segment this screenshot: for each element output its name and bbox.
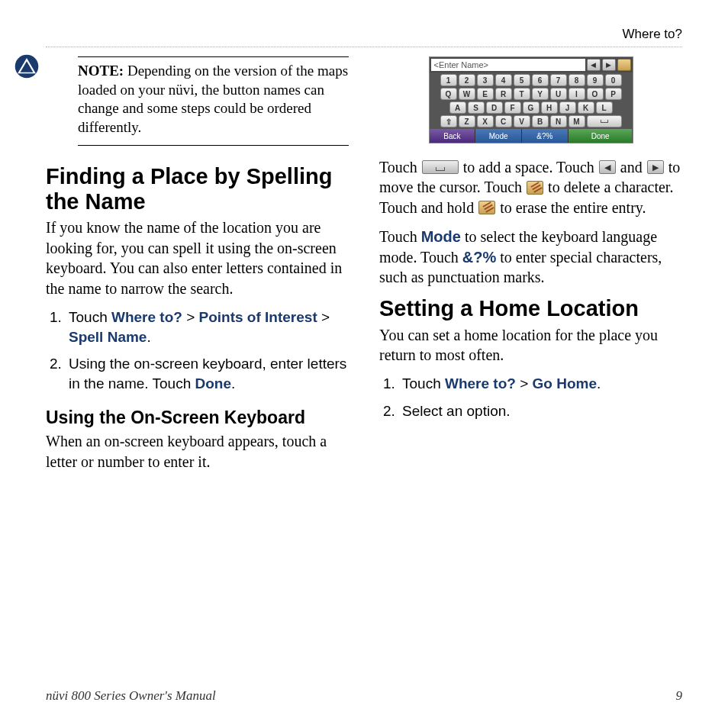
ui-done: Done xyxy=(195,375,231,391)
subsection-text: When an on-screen keyboard appears, touc… xyxy=(46,431,349,472)
left-arrow-icon: ◀ xyxy=(599,160,616,174)
keyboard-key[interactable]: W xyxy=(459,88,475,100)
keyboard-key[interactable]: E xyxy=(477,88,494,100)
keyboard-key[interactable]: A xyxy=(449,101,466,114)
warning-triangle-icon xyxy=(14,53,40,79)
keyboard-key[interactable]: P xyxy=(605,88,622,100)
section2-steps: Touch Where to? > Go Home. Select an opt… xyxy=(379,374,682,420)
keyboard-key[interactable]: 8 xyxy=(569,74,585,86)
ui-mode: Mode xyxy=(421,228,461,245)
keyboard-help-para1: Touch to add a space. Touch ◀ and ▶ to m… xyxy=(379,157,682,217)
page-header: Where to? xyxy=(46,27,682,47)
keyboard-key[interactable]: 2 xyxy=(459,74,475,86)
keyboard-key[interactable]: B xyxy=(532,115,549,127)
list-item: Touch Where to? > Go Home. xyxy=(399,374,682,394)
keyboard-key[interactable]: N xyxy=(550,115,567,127)
keyboard-key[interactable]: C xyxy=(495,115,512,127)
keyboard-key[interactable]: U xyxy=(550,88,567,100)
keyboard-key[interactable]: X xyxy=(477,115,494,127)
right-arrow-icon: ▶ xyxy=(647,160,664,174)
cursor-right-icon[interactable]: ▶ xyxy=(602,59,616,71)
keyboard-key[interactable]: M xyxy=(569,115,585,127)
section1-title: Finding a Place by Spelling the Name xyxy=(46,164,349,215)
keyboard-key[interactable]: Q xyxy=(440,88,457,100)
ui-symbols: &?% xyxy=(462,249,496,266)
keyboard-key[interactable]: 5 xyxy=(514,74,530,86)
section2-title: Setting a Home Location xyxy=(379,296,682,321)
keyboard-key[interactable]: S xyxy=(468,101,485,114)
page-footer: nüvi 800 Series Owner's Manual 9 xyxy=(46,688,682,704)
keyboard-key[interactable]: H xyxy=(541,101,558,114)
ui-where-to-2: Where to? xyxy=(445,375,516,391)
keyboard-key[interactable]: 3 xyxy=(477,74,494,86)
erase-key-icon xyxy=(527,181,543,195)
right-column: <Enter Name> ◀ ▶ 1234567890 QWERTYUIOP A… xyxy=(379,56,682,481)
keyboard-key[interactable]: T xyxy=(514,88,530,100)
cursor-left-icon[interactable]: ◀ xyxy=(587,59,601,71)
keyboard-space-key[interactable] xyxy=(587,115,622,127)
erase-icon[interactable] xyxy=(617,59,631,71)
keyboard-mode-button[interactable]: Mode xyxy=(475,129,522,143)
keyboard-key[interactable]: 4 xyxy=(495,74,512,86)
list-item: Using the on-screen keyboard, enter lett… xyxy=(66,354,349,393)
erase-key-hold-icon xyxy=(478,201,495,214)
keyboard-key[interactable]: 7 xyxy=(550,74,567,86)
keyboard-key[interactable]: 1 xyxy=(440,74,457,86)
ui-go-home: Go Home xyxy=(533,375,597,391)
keyboard-back-button[interactable]: Back xyxy=(430,129,476,143)
content-columns: NOTE: Depending on the version of the ma… xyxy=(46,56,682,481)
onscreen-keyboard-screenshot: <Enter Name> ◀ ▶ 1234567890 QWERTYUIOP A… xyxy=(429,56,633,143)
breadcrumb: Where to? xyxy=(623,27,682,41)
keyboard-key[interactable]: J xyxy=(559,101,576,114)
section1-intro: If you know the name of the location you… xyxy=(46,217,349,298)
left-column: NOTE: Depending on the version of the ma… xyxy=(46,56,349,481)
keyboard-key[interactable]: 0 xyxy=(605,74,622,86)
keyboard-key[interactable]: R xyxy=(495,88,512,100)
space-key-icon xyxy=(422,160,459,174)
keyboard-symbols-button[interactable]: &?% xyxy=(522,129,569,143)
keyboard-key[interactable]: I xyxy=(569,88,585,100)
section2-intro: You can set a home location for the plac… xyxy=(379,325,682,366)
ui-where-to: Where to? xyxy=(111,309,182,325)
list-item: Touch Where to? > Points of Interest > S… xyxy=(66,308,349,346)
list-item: Select an option. xyxy=(399,401,682,421)
keyboard-key[interactable]: K xyxy=(578,101,594,114)
keyboard-key[interactable]: 6 xyxy=(532,74,549,86)
keyboard-key[interactable]: V xyxy=(514,115,530,127)
note-label: NOTE: xyxy=(78,63,124,79)
note-block: NOTE: Depending on the version of the ma… xyxy=(46,56,349,146)
keyboard-key[interactable]: G xyxy=(523,101,540,114)
keyboard-key[interactable]: L xyxy=(596,101,613,114)
keyboard-key[interactable]: F xyxy=(504,101,521,114)
keyboard-key[interactable]: D xyxy=(486,101,503,114)
ui-spell-name: Spell Name xyxy=(69,329,147,345)
keyboard-done-button[interactable]: Done xyxy=(569,129,633,143)
keyboard-key[interactable]: Y xyxy=(532,88,549,100)
page-number: 9 xyxy=(676,688,683,704)
keyboard-key[interactable]: 9 xyxy=(587,74,604,86)
footer-title: nüvi 800 Series Owner's Manual xyxy=(46,688,216,704)
subsection-title: Using the On-Screen Keyboard xyxy=(46,407,349,429)
keyboard-key[interactable]: O xyxy=(587,88,604,100)
ui-poi: Points of Interest xyxy=(199,309,317,325)
keyboard-key[interactable]: ⇧ xyxy=(440,115,457,127)
section1-steps: Touch Where to? > Points of Interest > S… xyxy=(46,308,349,394)
keyboard-input-field[interactable]: <Enter Name> xyxy=(431,59,585,71)
keyboard-help-para2: Touch Mode to select the keyboard langua… xyxy=(379,227,682,287)
keyboard-key[interactable]: Z xyxy=(459,115,475,127)
